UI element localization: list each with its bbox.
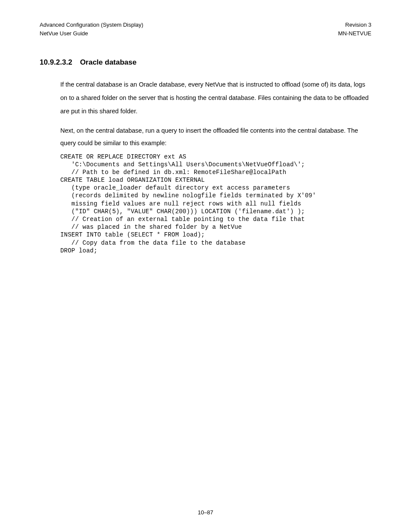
header-guide: NetVue User Guide [40, 29, 143, 38]
section-number: 10.9.2.3.2 [40, 58, 72, 66]
page-header: Advanced Configuration (System Display) … [40, 21, 371, 37]
header-docid: MN-NETVUE [338, 29, 371, 38]
header-right: Revision 3 MN-NETVUE [338, 21, 371, 37]
header-left: Advanced Configuration (System Display) … [40, 21, 143, 37]
paragraph-1: If the central database is an Oracle dat… [60, 78, 371, 118]
header-revision: Revision 3 [338, 21, 371, 29]
page-footer: 10–87 [0, 509, 411, 516]
paragraph-2: Next, on the central database, run a que… [60, 124, 371, 149]
section-heading: 10.9.2.3.2Oracle database [40, 58, 371, 67]
section-title: Oracle database [80, 58, 137, 66]
code-block: CREATE OR REPLACE DIRECTORY ext AS 'C:\D… [60, 153, 371, 255]
header-chapter: Advanced Configuration (System Display) [40, 21, 143, 29]
page-number: 10–87 [198, 509, 213, 516]
